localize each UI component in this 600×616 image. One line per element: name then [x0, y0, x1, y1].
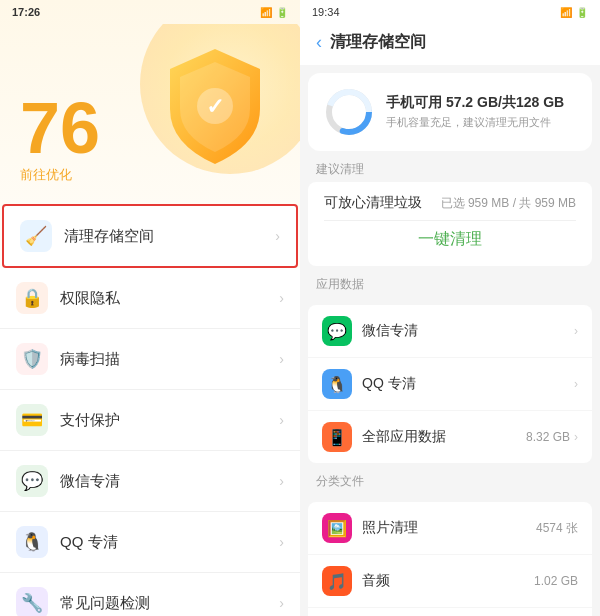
menu-icon-qq: 🐧	[16, 526, 48, 558]
clean-row: 可放心清理垃圾 已选 959 MB / 共 959 MB	[324, 194, 576, 212]
menu-label-issues: 常见问题检测	[60, 594, 279, 613]
right-status-icons: 📶 🔋	[560, 7, 588, 18]
menu-arrow-payment: ›	[279, 412, 284, 428]
storage-donut-chart	[324, 87, 374, 137]
menu-item-issues[interactable]: 🔧 常见问题检测 ›	[0, 573, 300, 616]
clean-label: 可放心清理垃圾	[324, 194, 422, 212]
svg-text:✓: ✓	[206, 94, 224, 119]
menu-arrow-clean-storage: ›	[275, 228, 280, 244]
recommend-section-header: 建议清理	[300, 151, 600, 182]
file-section-header: 分类文件	[300, 463, 600, 494]
app-size-all-apps: 8.32 GB	[526, 430, 570, 444]
left-time: 17:26	[12, 6, 40, 18]
app-item-all-apps[interactable]: 📱 全部应用数据 8.32 GB ›	[308, 411, 592, 463]
menu-item-wechat[interactable]: 💬 微信专清 ›	[0, 451, 300, 512]
menu-label-clean-storage: 清理存储空间	[64, 227, 275, 246]
menu-icon-payment: 💳	[16, 404, 48, 436]
menu-icon-wechat: 💬	[16, 465, 48, 497]
storage-title: 手机可用 57.2 GB/共128 GB	[386, 94, 576, 112]
file-item-photos[interactable]: 🖼️ 照片清理 4574 张	[308, 502, 592, 555]
menu-arrow-issues: ›	[279, 595, 284, 611]
signal-icon: 📶	[260, 7, 272, 18]
menu-item-payment[interactable]: 💳 支付保护 ›	[0, 390, 300, 451]
app-name-qq: QQ 专清	[362, 375, 574, 393]
file-item-audio[interactable]: 🎵 音频 1.02 GB	[308, 555, 592, 608]
file-icon-audio: 🎵	[322, 566, 352, 596]
app-data-section-header: 应用数据	[300, 266, 600, 297]
menu-arrow-virus-scan: ›	[279, 351, 284, 367]
menu-icon-virus-scan: 🛡️	[16, 343, 48, 375]
app-name-wechat: 微信专清	[362, 322, 574, 340]
file-size-photos: 4574 张	[536, 520, 578, 537]
right-panel: 19:34 📶 🔋 ‹ 清理存储空间 手机可用 57.2 GB/共128 GB …	[300, 0, 600, 616]
right-time: 19:34	[312, 6, 340, 18]
right-status-bar: 19:34 📶 🔋	[300, 0, 600, 24]
right-title: 清理存储空间	[330, 32, 426, 53]
hero-section: ✓ 76 前往优化	[0, 24, 300, 204]
menu-label-virus-scan: 病毒扫描	[60, 350, 279, 369]
menu-arrow-qq: ›	[279, 534, 284, 550]
menu-list: 🧹 清理存储空间 › 🔒 权限隐私 › 🛡️ 病毒扫描 › 💳 支付保护 › 💬…	[0, 204, 300, 616]
menu-icon-issues: 🔧	[16, 587, 48, 616]
app-arrow-wechat: ›	[574, 324, 578, 338]
left-status-bar: 17:26 📶 🔋	[0, 0, 300, 24]
menu-icon-privacy: 🔒	[16, 282, 48, 314]
clean-size: 已选 959 MB / 共 959 MB	[441, 195, 576, 212]
app-item-qq[interactable]: 🐧 QQ 专清 ›	[308, 358, 592, 411]
menu-item-virus-scan[interactable]: 🛡️ 病毒扫描 ›	[0, 329, 300, 390]
score-section: 76 前往优化	[20, 92, 100, 184]
back-button[interactable]: ‹	[316, 32, 322, 53]
app-data-section: 💬 微信专清 › 🐧 QQ 专清 › 📱 全部应用数据 8.32 GB ›	[308, 305, 592, 463]
app-arrow-qq: ›	[574, 377, 578, 391]
menu-arrow-wechat: ›	[279, 473, 284, 489]
clean-divider	[324, 220, 576, 221]
clean-card: 可放心清理垃圾 已选 959 MB / 共 959 MB 一键清理	[308, 182, 592, 266]
storage-card: 手机可用 57.2 GB/共128 GB 手机容量充足，建议清理无用文件	[308, 73, 592, 151]
score-number: 76	[20, 92, 100, 164]
score-label: 前往优化	[20, 166, 100, 184]
file-name-photos: 照片清理	[362, 519, 536, 537]
left-panel: 17:26 📶 🔋 ✓ 76 前往优化	[0, 0, 300, 616]
menu-label-privacy: 权限隐私	[60, 289, 279, 308]
menu-item-clean-storage[interactable]: 🧹 清理存储空间 ›	[2, 204, 298, 268]
clean-selected: 已选 959 MB	[441, 196, 510, 210]
clean-total: 共 959 MB	[519, 196, 576, 210]
menu-item-qq[interactable]: 🐧 QQ 专清 ›	[0, 512, 300, 573]
left-status-icons: 📶 🔋	[260, 7, 288, 18]
menu-arrow-privacy: ›	[279, 290, 284, 306]
menu-label-qq: QQ 专清	[60, 533, 279, 552]
app-item-wechat[interactable]: 💬 微信专清 ›	[308, 305, 592, 358]
menu-icon-clean-storage: 🧹	[20, 220, 52, 252]
battery-icon: 🔋	[276, 7, 288, 18]
menu-item-privacy[interactable]: 🔒 权限隐私 ›	[0, 268, 300, 329]
app-arrow-all-apps: ›	[574, 430, 578, 444]
shield-container: ✓	[150, 34, 280, 184]
one-click-clean-button[interactable]: 一键清理	[324, 229, 576, 250]
app-name-all-apps: 全部应用数据	[362, 428, 526, 446]
right-header: ‹ 清理存储空间	[300, 24, 600, 65]
right-signal-icon: 📶	[560, 7, 572, 18]
app-icon-wechat: 💬	[322, 316, 352, 346]
shield-icon: ✓	[160, 44, 270, 174]
right-battery-icon: 🔋	[576, 7, 588, 18]
file-icon-photos: 🖼️	[322, 513, 352, 543]
app-icon-qq: 🐧	[322, 369, 352, 399]
file-section: 🖼️ 照片清理 4574 张 🎵 音频 1.02 GB 🎬 视频 2.36 GB…	[308, 502, 592, 616]
menu-label-wechat: 微信专清	[60, 472, 279, 491]
storage-subtitle: 手机容量充足，建议清理无用文件	[386, 115, 576, 130]
file-name-audio: 音频	[362, 572, 534, 590]
menu-label-payment: 支付保护	[60, 411, 279, 430]
file-item-video[interactable]: 🎬 视频 2.36 GB	[308, 608, 592, 616]
app-icon-all-apps: 📱	[322, 422, 352, 452]
file-size-audio: 1.02 GB	[534, 574, 578, 588]
storage-info: 手机可用 57.2 GB/共128 GB 手机容量充足，建议清理无用文件	[386, 94, 576, 130]
